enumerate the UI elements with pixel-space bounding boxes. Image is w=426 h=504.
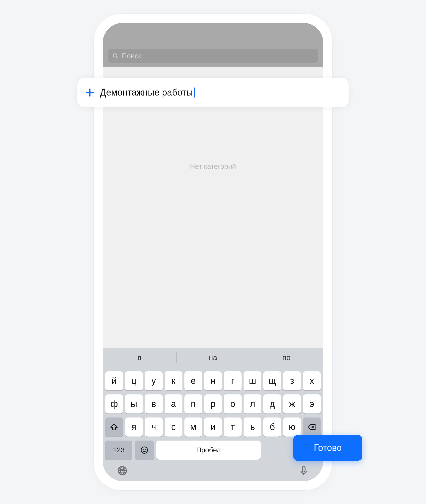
key-letter[interactable]: и [204, 417, 222, 437]
key-letter[interactable]: р [204, 394, 222, 413]
add-category-row[interactable]: Демонтажные работы [77, 78, 349, 107]
space-key[interactable]: Пробел [156, 441, 261, 460]
key-letter[interactable]: з [283, 371, 301, 390]
text-cursor [194, 88, 195, 98]
svg-point-6 [145, 449, 146, 449]
key-row-1: й ц у к е н г ш щ з х [103, 371, 323, 390]
keyboard-footer [103, 460, 323, 476]
backspace-key[interactable] [303, 417, 321, 437]
svg-line-1 [116, 57, 118, 58]
key-letter[interactable]: м [184, 417, 202, 437]
svg-point-5 [143, 449, 143, 449]
key-row-bottom: 123 Пробел [103, 441, 323, 460]
key-letter[interactable]: х [303, 371, 321, 390]
key-letter[interactable]: ч [145, 417, 163, 437]
key-letter[interactable]: ф [105, 394, 123, 413]
key-letter[interactable]: к [165, 371, 182, 390]
search-placeholder: Поиск [122, 52, 141, 60]
backspace-icon [308, 423, 316, 431]
svg-point-0 [113, 54, 117, 57]
key-letter[interactable]: й [105, 371, 123, 390]
suggestion-item[interactable]: по [250, 348, 323, 367]
key-row-2: ф ы в а п р о л д ж э [103, 394, 323, 413]
globe-icon[interactable] [117, 465, 128, 476]
key-letter[interactable]: г [224, 371, 242, 390]
suggestion-item[interactable]: в [103, 348, 176, 367]
suggestion-row: в на по [103, 348, 323, 367]
key-letter[interactable]: ц [125, 371, 143, 390]
key-letter[interactable]: д [263, 394, 281, 413]
plus-icon [85, 88, 94, 97]
key-letter[interactable]: щ [263, 371, 281, 390]
shift-key[interactable] [105, 417, 123, 437]
key-letter[interactable]: ы [125, 394, 143, 413]
key-letter[interactable]: в [145, 394, 163, 413]
key-letter[interactable]: п [184, 394, 202, 413]
key-letter[interactable]: ь [244, 417, 261, 437]
shift-icon [110, 423, 118, 431]
search-icon [112, 53, 119, 59]
key-letter[interactable]: у [145, 371, 163, 390]
add-category-text: Демонтажные работы [100, 87, 193, 98]
key-letter[interactable]: ж [283, 394, 301, 413]
numeric-key[interactable]: 123 [105, 441, 132, 460]
key-letter[interactable]: н [204, 371, 222, 390]
content-area: Нет категорий [103, 67, 323, 348]
keyboard: в на по й ц у к е н г ш щ з х ф ы в [103, 348, 323, 481]
key-letter[interactable]: э [303, 394, 321, 413]
key-letter[interactable]: с [165, 417, 182, 437]
empty-state-label: Нет категорий [103, 162, 323, 171]
header-overlay: Поиск [103, 23, 323, 67]
svg-point-4 [141, 447, 148, 453]
key-letter[interactable]: б [263, 417, 281, 437]
key-letter[interactable]: л [244, 394, 261, 413]
key-letter[interactable]: е [184, 371, 202, 390]
key-row-3: я ч с м и т ь б ю [103, 417, 323, 437]
emoji-key[interactable] [135, 441, 154, 460]
mic-icon[interactable] [298, 465, 309, 476]
done-button[interactable]: Готово [293, 435, 362, 461]
key-letter[interactable]: ю [283, 417, 301, 437]
key-letter[interactable]: ш [244, 371, 261, 390]
emoji-icon [140, 446, 149, 454]
key-letter[interactable]: я [125, 417, 143, 437]
key-letter[interactable]: а [165, 394, 182, 413]
svg-rect-10 [302, 467, 305, 472]
key-letter[interactable]: о [224, 394, 242, 413]
key-letter[interactable]: т [224, 417, 242, 437]
search-bar[interactable]: Поиск [108, 49, 318, 63]
suggestion-item[interactable]: на [176, 348, 250, 367]
